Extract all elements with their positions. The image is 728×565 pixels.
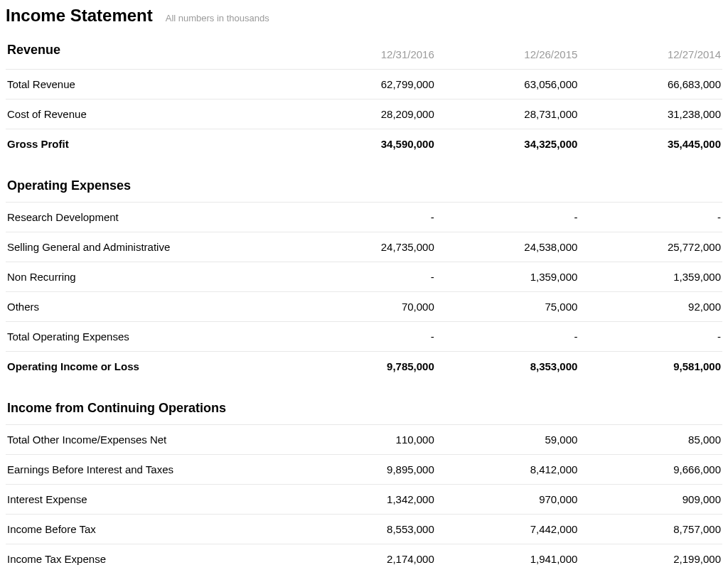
- row-value: 34,325,000: [436, 129, 579, 159]
- row-value: 9,666,000: [579, 455, 722, 485]
- row-value: 35,445,000: [579, 129, 722, 159]
- title-row: Income Statement All numbers in thousand…: [6, 6, 722, 26]
- row-label: Interest Expense: [6, 485, 292, 515]
- row-value: -: [436, 203, 579, 232]
- row-value: 1,342,000: [292, 485, 436, 515]
- row-value: -: [579, 203, 722, 232]
- table-row: Operating Income or Loss9,785,0008,353,0…: [6, 352, 722, 382]
- row-value: 66,683,000: [579, 70, 722, 99]
- row-label: Total Revenue: [6, 70, 292, 99]
- row-value: 62,799,000: [292, 70, 436, 99]
- row-value: 31,238,000: [579, 99, 722, 129]
- row-label: Selling General and Administrative: [6, 232, 292, 262]
- row-value: 2,174,000: [292, 544, 436, 566]
- row-label: Earnings Before Interest and Taxes: [6, 455, 292, 485]
- row-value: -: [292, 262, 436, 292]
- column-date: [292, 381, 436, 425]
- page-title: Income Statement: [6, 6, 153, 26]
- table-row: Total Revenue62,799,00063,056,00066,683,…: [6, 70, 722, 99]
- row-value: 9,785,000: [292, 352, 436, 382]
- column-date: [436, 381, 579, 425]
- table-row: Total Other Income/Expenses Net110,00059…: [6, 425, 722, 455]
- table-row: Gross Profit34,590,00034,325,00035,445,0…: [6, 129, 722, 159]
- row-value: 1,941,000: [436, 544, 579, 566]
- section-header: Income from Continuing Operations: [6, 381, 292, 425]
- table-row: Total Operating Expenses---: [6, 322, 722, 352]
- row-value: 8,412,000: [436, 455, 579, 485]
- table-row: Income Before Tax8,553,0007,442,0008,757…: [6, 515, 722, 544]
- column-date: 12/31/2016: [292, 40, 436, 70]
- row-value: 8,353,000: [436, 352, 579, 382]
- section-header: Operating Expenses: [6, 158, 292, 203]
- column-date: [436, 158, 579, 203]
- row-value: 28,731,000: [436, 99, 579, 129]
- row-label: Income Before Tax: [6, 515, 292, 544]
- row-value: 8,553,000: [292, 515, 436, 544]
- row-value: 92,000: [579, 292, 722, 322]
- row-value: 1,359,000: [436, 262, 579, 292]
- row-value: -: [292, 322, 436, 352]
- row-value: 970,000: [436, 485, 579, 515]
- row-value: 34,590,000: [292, 129, 436, 159]
- table-row: Interest Expense1,342,000970,000909,000: [6, 485, 722, 515]
- row-label: Income Tax Expense: [6, 544, 292, 566]
- column-date: [579, 381, 722, 425]
- column-date: [292, 158, 436, 203]
- table-row: Income Tax Expense2,174,0001,941,0002,19…: [6, 544, 722, 566]
- row-value: 59,000: [436, 425, 579, 455]
- table-row: Others70,00075,00092,000: [6, 292, 722, 322]
- row-value: 7,442,000: [436, 515, 579, 544]
- section-header: Revenue: [6, 40, 292, 70]
- row-label: Non Recurring: [6, 262, 292, 292]
- row-value: -: [579, 322, 722, 352]
- table-row: Selling General and Administrative24,735…: [6, 232, 722, 262]
- column-date: [579, 158, 722, 203]
- row-value: 85,000: [579, 425, 722, 455]
- row-label: Gross Profit: [6, 129, 292, 159]
- row-value: 63,056,000: [436, 70, 579, 99]
- row-value: 25,772,000: [579, 232, 722, 262]
- row-value: 110,000: [292, 425, 436, 455]
- table-row: Earnings Before Interest and Taxes9,895,…: [6, 455, 722, 485]
- row-value: 8,757,000: [579, 515, 722, 544]
- row-value: 2,199,000: [579, 544, 722, 566]
- table-row: Cost of Revenue28,209,00028,731,00031,23…: [6, 99, 722, 129]
- row-value: -: [292, 203, 436, 232]
- table-row: Non Recurring-1,359,0001,359,000: [6, 262, 722, 292]
- row-label: Cost of Revenue: [6, 99, 292, 129]
- row-label: Operating Income or Loss: [6, 352, 292, 382]
- column-date: 12/27/2014: [579, 40, 722, 70]
- row-value: 24,735,000: [292, 232, 436, 262]
- row-label: Research Development: [6, 203, 292, 232]
- row-value: 24,538,000: [436, 232, 579, 262]
- row-label: Total Operating Expenses: [6, 322, 292, 352]
- table-row: Research Development---: [6, 203, 722, 232]
- row-value: -: [436, 322, 579, 352]
- row-value: 75,000: [436, 292, 579, 322]
- column-date: 12/26/2015: [436, 40, 579, 70]
- row-value: 1,359,000: [579, 262, 722, 292]
- row-value: 9,895,000: [292, 455, 436, 485]
- row-label: Total Other Income/Expenses Net: [6, 425, 292, 455]
- row-value: 28,209,000: [292, 99, 436, 129]
- row-value: 9,581,000: [579, 352, 722, 382]
- income-statement-table: Revenue12/31/201612/26/201512/27/2014Tot…: [6, 40, 722, 565]
- row-label: Others: [6, 292, 292, 322]
- row-value: 70,000: [292, 292, 436, 322]
- row-value: 909,000: [579, 485, 722, 515]
- page-subtitle: All numbers in thousands: [166, 13, 269, 23]
